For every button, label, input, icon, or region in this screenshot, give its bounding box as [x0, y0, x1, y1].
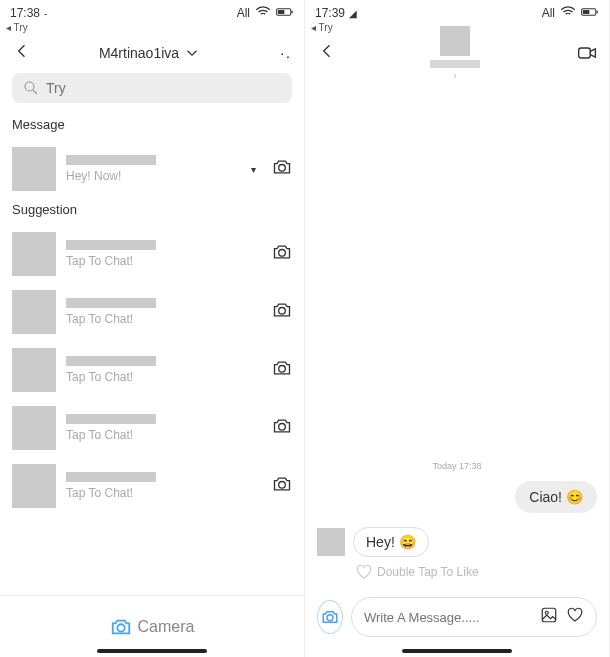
home-indicator[interactable] [97, 649, 207, 653]
suggestion-row[interactable]: Tap To Chat! [0, 283, 304, 341]
battery-icon [276, 3, 294, 24]
suggestion-row[interactable]: Tap To Chat! [0, 399, 304, 457]
chat-thread-screen: 17:39 ◢ All ◂ Try › Today 17:38 Ciao! 😊 [305, 0, 610, 657]
account-switcher[interactable]: M4rtinao1iva [32, 44, 268, 62]
camera-icon[interactable] [272, 474, 292, 498]
status-bar: 17:39 ◢ All [305, 0, 609, 22]
svg-point-7 [279, 366, 286, 373]
dm-inbox-screen: 17:38 - All ◂ Try M4rtinao1iva ·. Messa [0, 0, 305, 657]
svg-point-3 [25, 82, 34, 91]
heart-icon [355, 563, 373, 581]
suggestion-row[interactable]: Tap To Chat! [0, 225, 304, 283]
emoji-grin-icon: 😄 [399, 534, 416, 550]
suggestion-row[interactable]: Tap To Chat! [0, 457, 304, 515]
chevron-down-icon [183, 44, 201, 62]
avatar [12, 232, 56, 276]
username-redacted [66, 298, 156, 308]
message-input[interactable] [364, 610, 532, 625]
svg-point-8 [279, 424, 286, 431]
camera-label: Camera [138, 618, 195, 636]
status-time: 17:38 [10, 6, 40, 20]
svg-point-9 [279, 482, 286, 489]
inbox-header: M4rtinao1iva ·. [0, 33, 304, 73]
camera-icon [110, 617, 132, 637]
svg-point-4 [279, 165, 286, 172]
avatar [12, 290, 56, 334]
username-redacted [430, 60, 480, 68]
gallery-icon[interactable] [540, 606, 558, 628]
avatar [12, 348, 56, 392]
svg-point-5 [279, 250, 286, 257]
suggestion-preview: Tap To Chat! [66, 312, 262, 326]
camera-icon[interactable] [272, 416, 292, 440]
svg-rect-14 [579, 48, 591, 58]
status-time: 17:39 [315, 6, 345, 20]
emoji-smile-icon: 😊 [566, 489, 583, 505]
bottom-camera-bar[interactable]: Camera [0, 595, 304, 657]
status-sub: - [44, 8, 47, 19]
svg-rect-13 [583, 10, 589, 14]
svg-rect-2 [278, 10, 284, 14]
username-redacted [66, 240, 156, 250]
double-tap-hint: Double Tap To Like [355, 563, 597, 581]
chat-messages[interactable]: Today 17:38 Ciao! 😊 Hey! 😄 Double Tap To… [305, 73, 609, 591]
username-redacted [66, 155, 156, 165]
received-message[interactable]: Hey! 😄 [353, 527, 429, 557]
search-bar[interactable] [12, 73, 292, 103]
home-indicator[interactable] [402, 649, 512, 653]
suggestion-preview: Tap To Chat! [66, 370, 262, 384]
status-bar: 17:38 - All [0, 0, 304, 22]
suggestion-preview: Tap To Chat! [66, 428, 262, 442]
status-network: All [237, 6, 250, 20]
battery-icon [581, 3, 599, 24]
suggestion-row[interactable]: Tap To Chat! [0, 341, 304, 399]
camera-button[interactable] [317, 600, 343, 634]
wifi-icon [254, 3, 272, 24]
svg-rect-1 [291, 10, 292, 13]
chat-header: › [305, 33, 609, 73]
chat-timestamp: Today 17:38 [317, 461, 597, 471]
avatar [12, 464, 56, 508]
back-button[interactable] [12, 41, 32, 66]
back-to-app[interactable]: ◂ Try [0, 22, 304, 33]
svg-point-10 [117, 624, 124, 631]
suggestion-preview: Tap To Chat! [66, 486, 262, 500]
avatar [440, 26, 470, 56]
search-input[interactable] [46, 80, 282, 96]
avatar [12, 147, 56, 191]
back-button[interactable] [317, 41, 337, 66]
wifi-icon [559, 3, 577, 24]
header-title-text: M4rtinao1iva [99, 45, 179, 61]
video-call-button[interactable] [573, 43, 597, 63]
sent-message[interactable]: Ciao! 😊 [515, 481, 597, 513]
section-suggestion-label: Suggestion [0, 198, 304, 225]
suggestion-preview: Tap To Chat! [66, 254, 262, 268]
svg-point-6 [279, 308, 286, 315]
unread-dot-icon: ▾ [251, 164, 256, 175]
camera-icon [321, 609, 339, 625]
camera-icon[interactable] [272, 242, 292, 266]
camera-icon[interactable] [272, 157, 292, 181]
message-composer [305, 591, 609, 657]
svg-rect-12 [596, 10, 597, 13]
section-message-label: Message [0, 113, 304, 140]
search-icon [22, 79, 40, 97]
camera-icon[interactable] [272, 358, 292, 382]
location-icon: ◢ [349, 8, 357, 19]
header-more[interactable]: ·. [268, 45, 292, 61]
avatar [12, 406, 56, 450]
username-redacted [66, 414, 156, 424]
username-redacted [66, 356, 156, 366]
heart-icon[interactable] [566, 606, 584, 628]
status-network: All [542, 6, 555, 20]
avatar [317, 528, 345, 556]
compose-input-wrap[interactable] [351, 597, 597, 637]
camera-icon[interactable] [272, 300, 292, 324]
sent-text: Ciao! [529, 489, 562, 505]
message-row[interactable]: Hey! Now! ▾ [0, 140, 304, 198]
svg-point-15 [327, 615, 333, 621]
username-redacted [66, 472, 156, 482]
received-text: Hey! [366, 534, 395, 550]
message-preview: Hey! Now! [66, 169, 241, 183]
svg-rect-16 [542, 608, 556, 622]
